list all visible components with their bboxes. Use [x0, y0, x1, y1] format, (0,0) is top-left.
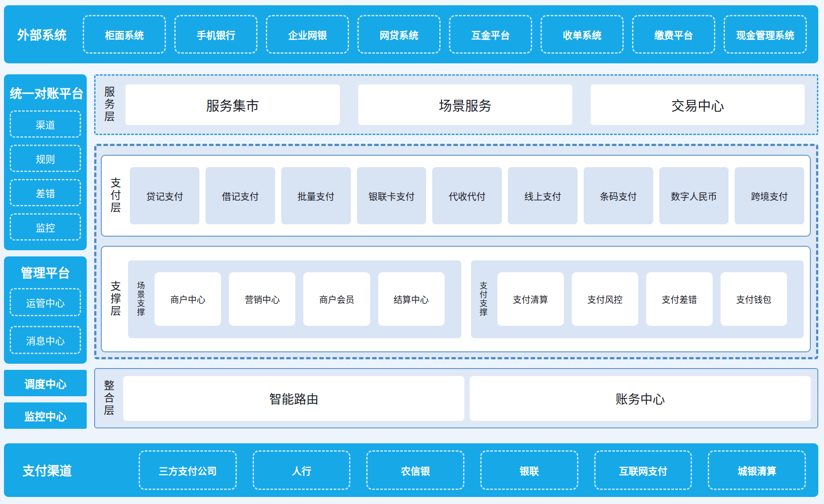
left-column: 统一对账平台 渠道 规则 差错 监控 管理平台 运管中心 消息中心 调度中心 监…: [4, 74, 87, 429]
reconciliation-item: 渠道: [10, 110, 81, 138]
support-item: 商户会员: [303, 272, 370, 326]
scene-support-label: 场景支撑: [135, 281, 144, 317]
payment-layer-items: 贷记支付 借记支付 批量支付 银联卡支付 代收代付 线上支付 条码支付 数字人民…: [130, 167, 804, 224]
payment-layer-label: 支付层: [109, 177, 120, 214]
management-item: 消息中心: [10, 326, 81, 354]
integration-box-item: 账务中心: [470, 376, 811, 421]
payment-item: 批量支付: [281, 167, 351, 224]
payment-item: 数字人民币: [659, 167, 729, 224]
payment-item: 银联卡支付: [357, 167, 427, 224]
service-box: 场景服务: [358, 84, 572, 125]
external-system-item: 互金平台: [449, 15, 532, 54]
reconciliation-item: 差错: [10, 179, 81, 206]
payment-item: 贷记支付: [130, 167, 199, 224]
support-item: 结算中心: [378, 272, 445, 326]
payment-item: 借记支付: [206, 167, 275, 224]
main-column: 服务层 服务集市 场景服务 交易中心 支付层 贷记支付 借记支付 批量支付 银联…: [94, 74, 818, 428]
payment-channels-bar: 支付渠道 三方支付公司 人行 农信银 银联 互联网支付 城银清算: [4, 443, 818, 497]
external-system-item: 现金管理系统: [724, 15, 807, 54]
support-layer: 支撑层 场景支撑 商户中心 营销中心 商户会员 结算中心: [101, 246, 811, 352]
service-box: 服务集市: [125, 84, 339, 125]
service-box: 交易中心: [591, 84, 805, 125]
dispatch-center-box: 调度中心: [4, 370, 87, 396]
service-layer-label: 服务层: [103, 86, 114, 123]
payment-channel-item: 农信银: [366, 450, 464, 490]
management-item: 运管中心: [10, 288, 81, 316]
support-item: 支付风控: [572, 272, 638, 326]
support-item: 商户中心: [154, 272, 221, 326]
integration-layer-label: 整合层: [102, 380, 114, 417]
support-item: 支付差错: [646, 272, 713, 326]
reconciliation-platform-title: 统一对账平台: [10, 84, 81, 102]
integration-layer-boxes: 智能路由 账务中心: [123, 376, 811, 421]
monitor-center-box: 监控中心: [4, 402, 87, 429]
architecture-diagram: 外部系统 柜面系统 手机银行 企业网银 网贷系统 互金平台 收单系统 缴费平台 …: [0, 0, 824, 504]
integration-box-item: 智能路由: [123, 376, 464, 421]
support-item: 支付清算: [497, 272, 564, 326]
integration-layer: 整合层 智能路由 账务中心: [94, 368, 818, 428]
support-layer-label: 支撑层: [109, 281, 120, 318]
payment-item: 跨境支付: [735, 167, 804, 224]
scene-support-group: 场景支撑 商户中心 营销中心 商户会员 结算中心: [128, 260, 461, 338]
middle-region: 统一对账平台 渠道 规则 差错 监控 管理平台 运管中心 消息中心 调度中心 监…: [4, 74, 818, 429]
payment-item: 线上支付: [508, 167, 578, 224]
support-layer-groups: 场景支撑 商户中心 营销中心 商户会员 结算中心 支付支撑 支付清算: [128, 260, 804, 338]
management-platform-title: 管理平台: [10, 263, 81, 281]
payment-support-container: 支付层 贷记支付 借记支付 批量支付 银联卡支付 代收代付 线上支付 条码支付 …: [94, 144, 818, 359]
payment-channel-item: 三方支付公司: [139, 450, 237, 490]
payment-channel-item: 人行: [253, 450, 351, 490]
reconciliation-platform-panel: 统一对账平台 渠道 规则 差错 监控: [4, 74, 87, 250]
external-system-item: 企业网银: [266, 15, 349, 54]
management-platform-panel: 管理平台 运管中心 消息中心: [4, 256, 87, 364]
scene-support-items: 商户中心 营销中心 商户会员 结算中心: [154, 272, 445, 326]
payment-layer: 支付层 贷记支付 借记支付 批量支付 银联卡支付 代收代付 线上支付 条码支付 …: [101, 155, 811, 237]
external-system-item: 收单系统: [541, 15, 624, 54]
support-item: 支付钱包: [721, 272, 787, 326]
payment-support-items: 支付清算 支付风控 支付差错 支付钱包: [497, 272, 787, 326]
payment-support-label: 支付支撑: [478, 281, 487, 317]
service-layer-boxes: 服务集市 场景服务 交易中心: [125, 84, 805, 125]
reconciliation-item: 监控: [10, 213, 81, 241]
external-system-item: 网贷系统: [357, 15, 441, 54]
external-system-item: 柜面系统: [83, 15, 166, 54]
payment-item: 条码支付: [584, 167, 653, 224]
external-system-item: 缴费平台: [632, 15, 715, 54]
payment-channel-item: 银联: [480, 450, 578, 490]
external-system-item: 手机银行: [174, 15, 258, 54]
payment-item: 代收代付: [432, 167, 502, 224]
external-systems-label: 外部系统: [17, 26, 74, 43]
reconciliation-item: 规则: [10, 145, 81, 172]
payment-support-group: 支付支撑 支付清算 支付风控 支付差错 支付钱包: [471, 260, 804, 338]
payment-channels-label: 支付渠道: [22, 461, 123, 479]
service-layer: 服务层 服务集市 场景服务 交易中心: [94, 74, 818, 135]
external-systems-bar: 外部系统 柜面系统 手机银行 企业网银 网贷系统 互金平台 收单系统 缴费平台 …: [4, 5, 818, 63]
payment-channel-item: 城银清算: [708, 450, 806, 490]
support-item: 营销中心: [229, 272, 295, 326]
payment-channel-item: 互联网支付: [594, 450, 692, 490]
